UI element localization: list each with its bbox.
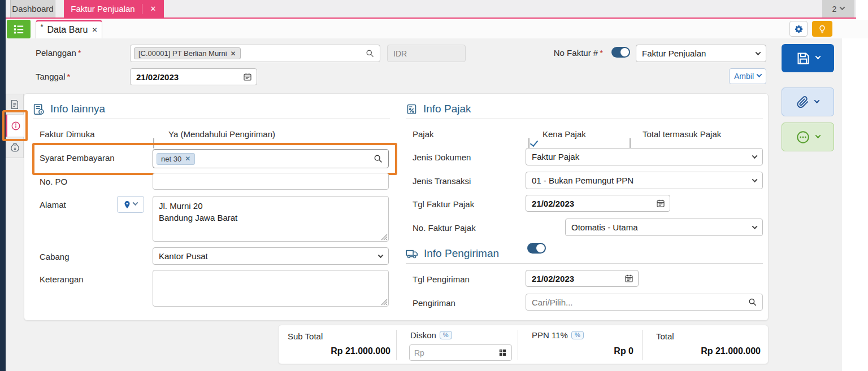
jenis-dokumen-select[interactable]: Faktur Pajak bbox=[526, 148, 763, 165]
diskon-input[interactable] bbox=[428, 345, 498, 360]
chevron-down-icon bbox=[756, 50, 761, 55]
more-options-icon bbox=[796, 130, 810, 145]
tab-data-baru[interactable]: * Data Baru ✕ bbox=[36, 20, 102, 38]
settings-button[interactable] bbox=[789, 21, 808, 37]
tgl-pengiriman-field[interactable]: 21/02/2023 bbox=[526, 270, 639, 287]
faktur-dimuka-checkbox[interactable] bbox=[153, 138, 154, 149]
ppn-label-wrap: PPN 11%% bbox=[532, 330, 584, 341]
info-pajak-header: Info Pajak bbox=[406, 103, 471, 115]
remove-tag-icon[interactable]: ✕ bbox=[185, 155, 190, 163]
save-button[interactable] bbox=[782, 44, 834, 72]
gear-icon bbox=[794, 24, 804, 34]
list-icon bbox=[13, 24, 24, 34]
required-marker: * bbox=[600, 48, 603, 58]
cabang-select[interactable]: Kantor Pusat bbox=[153, 247, 389, 265]
window-counter-dropdown[interactable]: 2 bbox=[822, 0, 854, 18]
search-icon[interactable] bbox=[366, 49, 374, 58]
keypad-icon[interactable] bbox=[498, 348, 507, 357]
cabang-value: Kantor Pusat bbox=[159, 251, 208, 261]
tab-faktur-penjualan[interactable]: Faktur Penjualan ✕ bbox=[64, 0, 164, 18]
tanggal-value: 21/02/2023 bbox=[136, 72, 179, 82]
save-floppy-icon bbox=[796, 51, 811, 66]
section-divider bbox=[33, 119, 390, 119]
no-faktur-type-select[interactable]: Faktur Penjualan bbox=[636, 45, 766, 62]
percent-badge[interactable]: % bbox=[571, 331, 584, 339]
attachment-button[interactable] bbox=[782, 88, 834, 116]
chevron-down-icon bbox=[814, 98, 820, 103]
ambil-label: Ambil bbox=[734, 72, 754, 81]
no-faktur-pajak-toggle[interactable] bbox=[527, 243, 546, 254]
sidebar-tab-info[interactable] bbox=[6, 115, 24, 137]
alamat-label: Alamat bbox=[40, 200, 66, 209]
no-po-input[interactable] bbox=[153, 173, 388, 189]
currency-field: IDR bbox=[387, 45, 466, 62]
chevron-down-icon bbox=[815, 133, 821, 138]
search-icon[interactable] bbox=[374, 154, 383, 163]
alamat-pin-dropdown[interactable] bbox=[117, 196, 144, 213]
jenis-dokumen-value: Faktur Pajak bbox=[532, 152, 579, 162]
total-termasuk-pajak-label: Total termasuk Pajak bbox=[643, 129, 721, 139]
info-lainnya-icon bbox=[33, 103, 45, 115]
tanggal-label: Tanggal* bbox=[36, 72, 70, 81]
info-lainnya-header: Info lainnya bbox=[33, 103, 105, 115]
no-faktur-pajak-select[interactable]: Otomatis - Utama bbox=[565, 219, 763, 236]
info-pengiriman-title: Info Pengiriman bbox=[424, 247, 499, 260]
keterangan-label: Keterangan bbox=[40, 274, 84, 284]
percent-badge[interactable]: % bbox=[440, 331, 452, 339]
chevron-down-icon bbox=[840, 5, 845, 10]
diskon-field[interactable]: Rp bbox=[409, 344, 512, 361]
close-icon[interactable]: ✕ bbox=[142, 5, 164, 13]
left-edge-strip bbox=[0, 0, 6, 371]
cabang-label: Cabang bbox=[40, 252, 70, 261]
no-faktur-pajak-value: Otomatis - Utama bbox=[571, 222, 638, 232]
faktur-dimuka-label: Faktur Dimuka bbox=[40, 129, 95, 139]
sidebar-tab-detail[interactable] bbox=[6, 94, 24, 115]
document-icon bbox=[10, 99, 19, 110]
tab-dashboard-label: Dashboard bbox=[12, 4, 53, 14]
list-view-button[interactable] bbox=[7, 20, 31, 38]
total-termasuk-pajak-checkbox[interactable] bbox=[630, 138, 631, 149]
tgl-faktur-pajak-field[interactable]: 21/02/2023 bbox=[526, 195, 670, 212]
no-faktur-toggle[interactable] bbox=[611, 47, 630, 58]
search-icon[interactable] bbox=[748, 298, 757, 307]
syarat-tag-text: net 30 bbox=[161, 155, 181, 163]
chevron-down-icon bbox=[378, 252, 384, 258]
sidebar-tab-biaya[interactable] bbox=[6, 137, 24, 158]
location-pin-icon bbox=[124, 200, 131, 209]
summary-bar: Sub Total Rp 21.000.000 Diskon% Rp PPN 1… bbox=[278, 325, 769, 364]
info-icon bbox=[11, 121, 21, 131]
jenis-transaksi-select[interactable]: 01 - Bukan Pemungut PPN bbox=[526, 172, 763, 189]
calendar-icon[interactable] bbox=[624, 274, 633, 283]
pelanggan-field[interactable]: [C.00001] PT Berlian Murni ✕ bbox=[130, 45, 380, 62]
calendar-icon[interactable] bbox=[656, 199, 665, 208]
sub-total-value: Rp 21.000.000 bbox=[283, 346, 390, 356]
no-po-field[interactable] bbox=[153, 173, 389, 190]
more-actions-button[interactable] bbox=[782, 123, 834, 151]
tips-button[interactable] bbox=[812, 21, 832, 37]
syarat-tag-chip: net 30 ✕ bbox=[157, 153, 195, 165]
pengiriman-label: Pengiriman bbox=[413, 298, 455, 308]
chevron-down-icon bbox=[752, 153, 758, 159]
tanggal-field[interactable]: 21/02/2023 bbox=[130, 68, 257, 85]
pelanggan-tag-text: [C.00001] PT Berlian Murni bbox=[138, 49, 227, 58]
summary-divider bbox=[518, 330, 518, 360]
pengiriman-field[interactable] bbox=[526, 294, 763, 311]
faktur-dimuka-option-label: Ya (Mendahului Pengiriman) bbox=[168, 129, 275, 139]
document-tab-bar: * Data Baru ✕ bbox=[6, 20, 868, 38]
close-icon[interactable]: ✕ bbox=[92, 26, 98, 34]
tgl-pengiriman-value: 21/02/2023 bbox=[532, 274, 574, 283]
module-tab-bar: Dashboard Faktur Penjualan ✕ 2 bbox=[6, 0, 856, 19]
remove-tag-icon[interactable]: ✕ bbox=[231, 50, 236, 58]
ambil-button[interactable]: Ambil bbox=[729, 68, 766, 84]
ppn-label: PPN 11% bbox=[532, 330, 568, 340]
pengiriman-input[interactable] bbox=[526, 294, 748, 310]
keterangan-textarea[interactable] bbox=[153, 270, 389, 307]
kena-pajak-checkbox[interactable] bbox=[528, 138, 530, 149]
calendar-icon[interactable] bbox=[243, 72, 252, 81]
tab-faktur-penjualan-label: Faktur Penjualan bbox=[64, 4, 142, 14]
summary-divider bbox=[642, 330, 643, 360]
paperclip-icon bbox=[797, 95, 809, 109]
tab-dashboard[interactable]: Dashboard bbox=[10, 0, 55, 18]
syarat-pembayaran-field[interactable]: net 30 ✕ bbox=[153, 149, 389, 168]
alamat-textarea[interactable] bbox=[153, 196, 389, 242]
